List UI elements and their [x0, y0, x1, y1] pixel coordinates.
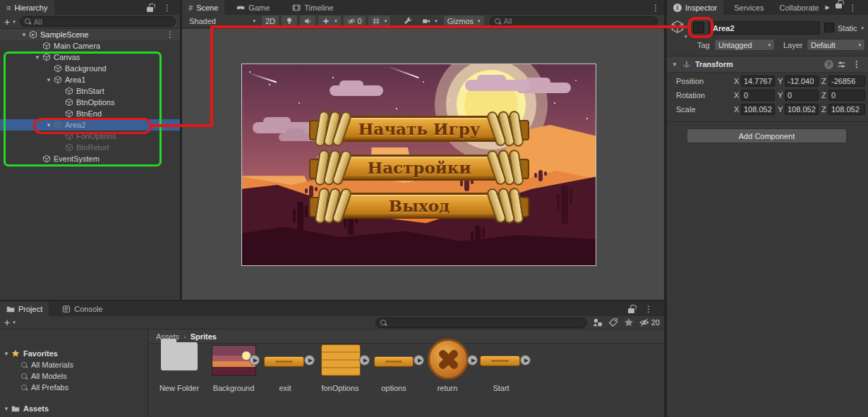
scene-effects-dropdown[interactable]: ▾	[318, 16, 341, 27]
tree-item-all-materials[interactable]: All Materials	[0, 359, 148, 370]
expand-sprite-icon[interactable]	[304, 355, 315, 365]
rotation-z-field[interactable]: 0	[828, 90, 865, 101]
asset-options[interactable]	[374, 356, 414, 367]
lock-icon[interactable]	[147, 7, 153, 12]
tab-game[interactable]: Game	[230, 0, 276, 15]
hierarchy-search-input[interactable]: All	[20, 16, 176, 27]
prefab-cube-icon[interactable]	[670, 20, 685, 34]
project-search-input[interactable]	[375, 318, 587, 328]
tree-item-all-models[interactable]: All Models	[0, 370, 148, 382]
expand-sprite-icon[interactable]	[359, 355, 370, 365]
scene-lighting-button[interactable]	[282, 16, 297, 27]
hidden-packages-toggle[interactable]: 20	[639, 318, 660, 327]
position-x-field[interactable]: 14.7767	[741, 75, 775, 87]
hierarchy-item-canvas[interactable]: ▼ Canvas	[0, 52, 180, 63]
project-menu-icon[interactable]: ⋮	[641, 305, 656, 313]
tag-dropdown[interactable]: Untagged▾	[714, 39, 775, 51]
hierarchy-item-background[interactable]: Background	[0, 63, 180, 74]
2d-mode-button[interactable]: 2D	[262, 16, 279, 27]
foldout-arrow-icon[interactable]: ▼	[671, 61, 678, 68]
hierarchy-item-btnreturt[interactable]: BtnReturt	[0, 142, 180, 153]
game-button-exit[interactable]: Выход	[321, 193, 517, 219]
hierarchy-item-btnstart[interactable]: BtnStart	[0, 85, 180, 97]
hierarchy-item-btnoptions[interactable]: BtnOptions	[0, 97, 180, 108]
static-checkbox[interactable]	[824, 23, 834, 32]
tab-inspector[interactable]: i Inspector	[667, 0, 723, 15]
create-object-button[interactable]: +▾	[4, 16, 16, 28]
asset-new-folder[interactable]	[161, 342, 198, 370]
foldout-arrow-icon[interactable]: ▼	[1, 351, 11, 357]
tab-project[interactable]: Project	[0, 301, 49, 316]
rotation-x-field[interactable]: 0	[741, 90, 775, 101]
layer-dropdown[interactable]: Default▾	[807, 39, 865, 51]
grid-settings-dropdown[interactable]: ▾	[368, 16, 391, 27]
hierarchy-item-area1[interactable]: ▼ Area1	[0, 74, 180, 85]
component-menu-icon[interactable]: ⋮	[850, 60, 864, 68]
hierarchy-item-fonoptions[interactable]: FonOptions	[0, 131, 180, 142]
inspector-menu-icon[interactable]: ⋮	[846, 4, 861, 12]
asset-return[interactable]	[428, 339, 469, 380]
breadcrumb-current[interactable]: Sprites	[191, 332, 217, 341]
tree-item-all-prefabs[interactable]: All Prefabs	[0, 382, 148, 393]
scene-menu-icon[interactable]: ⋮	[649, 4, 664, 12]
tree-item-favorites[interactable]: ▼ Favorites	[0, 348, 148, 359]
package-filter-icon[interactable]	[593, 318, 603, 327]
hierarchy-menu-icon[interactable]: ⋮	[160, 4, 174, 12]
object-name-field[interactable]: Area2	[709, 21, 820, 35]
expand-sprite-icon[interactable]	[414, 355, 424, 365]
asset-exit[interactable]	[264, 356, 304, 367]
foldout-arrow-icon[interactable]: ▼	[44, 77, 54, 83]
game-button-start[interactable]: Начать Игру	[321, 116, 517, 142]
shading-mode-dropdown[interactable]: Shaded▾	[186, 16, 259, 27]
help-icon[interactable]: ?	[824, 60, 833, 69]
game-button-options[interactable]: Настройки	[321, 155, 517, 181]
tree-item-assets[interactable]: ▼ Assets	[0, 403, 148, 414]
scene-camera-dropdown[interactable]: ▾	[418, 16, 441, 27]
position-z-field[interactable]: -26856	[828, 75, 865, 87]
hierarchy-item-eventsystem[interactable]: EventSystem	[0, 153, 180, 164]
divider[interactable]	[180, 0, 182, 300]
tab-services[interactable]: Services	[728, 0, 770, 15]
position-y-field[interactable]: -12.040	[785, 75, 819, 87]
lock-icon[interactable]	[628, 308, 634, 313]
rotation-y-field[interactable]: 0	[785, 90, 819, 101]
scene-visibility-button[interactable]: 0	[344, 16, 366, 27]
presets-icon[interactable]	[837, 60, 846, 69]
divider[interactable]	[664, 0, 667, 417]
expand-sprite-icon[interactable]	[467, 355, 478, 365]
tab-console[interactable]: Console	[56, 301, 109, 316]
foldout-arrow-icon[interactable]: ▼	[32, 54, 42, 61]
foldout-arrow-icon[interactable]: ▼	[19, 32, 29, 38]
scale-x-field[interactable]: 108.052	[741, 104, 775, 115]
expand-sprite-icon[interactable]	[520, 355, 531, 365]
hierarchy-item-samplescene[interactable]: ▼ SampleScene ⋮	[0, 29, 180, 40]
scale-y-field[interactable]: 108.052	[785, 104, 819, 115]
expand-sprite-icon[interactable]	[249, 355, 260, 365]
scene-menu-icon[interactable]: ⋮	[166, 30, 174, 40]
foldout-arrow-icon[interactable]: ▼	[44, 122, 54, 128]
hierarchy-item-area2-selected[interactable]: ▼ Area2	[0, 119, 180, 131]
scene-audio-button[interactable]	[300, 16, 315, 27]
tab-overflow-icon[interactable]: ▶	[825, 4, 829, 11]
tab-timeline[interactable]: Timeline	[286, 0, 339, 15]
tab-hierarchy[interactable]: ≡ Hierarchy	[0, 0, 54, 15]
hierarchy-item-main-camera[interactable]: Main Camera	[0, 40, 180, 52]
tab-scene[interactable]: # Scene	[182, 0, 224, 15]
gizmos-dropdown[interactable]: Gizmos▾	[444, 16, 484, 27]
static-dropdown[interactable]: Static▾	[838, 24, 864, 32]
favorites-filter-icon[interactable]	[624, 318, 634, 327]
scene-viewport[interactable]: Начать Игру Настройки Выход	[182, 29, 664, 300]
asset-start[interactable]	[480, 356, 520, 366]
hierarchy-item-btnend[interactable]: BtnEnd	[0, 108, 180, 119]
lock-icon[interactable]	[836, 4, 842, 8]
transform-component-header[interactable]: ▼ Transform ? ⋮	[667, 56, 868, 73]
asset-fonoptions[interactable]	[321, 344, 361, 376]
scale-z-field[interactable]: 108.052	[828, 104, 865, 115]
component-tools-button[interactable]	[400, 16, 416, 27]
add-component-button[interactable]: Add Component	[687, 128, 847, 143]
tree-item-scenes[interactable]: Scenes	[0, 414, 148, 417]
tab-collaborate[interactable]: Collaborate	[773, 0, 825, 15]
label-filter-icon[interactable]	[608, 318, 618, 327]
prefab-dropdown-icon[interactable]: ▾	[685, 34, 687, 40]
create-asset-button[interactable]: +▾	[4, 317, 16, 328]
